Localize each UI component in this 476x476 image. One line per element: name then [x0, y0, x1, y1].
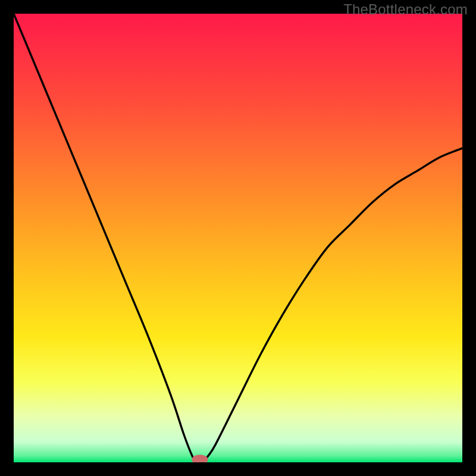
bottleneck-chart — [14, 14, 462, 462]
chart-frame: TheBottleneck.com — [0, 0, 476, 476]
gradient-background — [14, 14, 462, 462]
watermark-text: TheBottleneck.com — [343, 1, 468, 18]
